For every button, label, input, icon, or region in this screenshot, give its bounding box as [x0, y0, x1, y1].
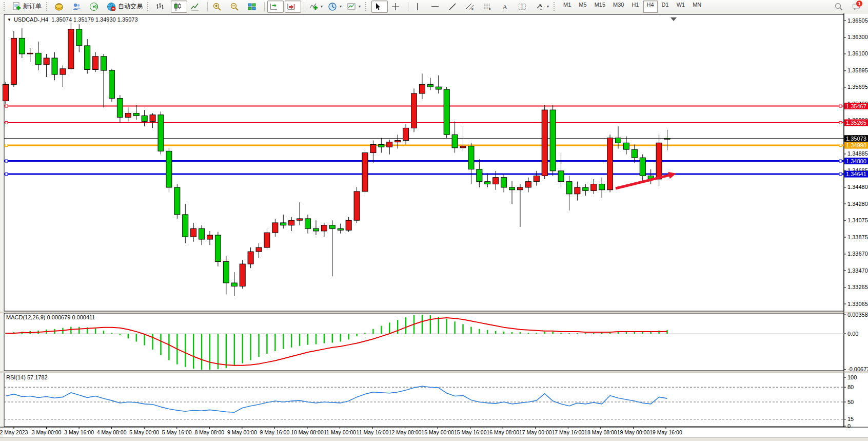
candle-body [566, 182, 572, 194]
candlestick-icon [173, 2, 182, 11]
candle-body [517, 187, 523, 190]
rsi-pane[interactable] [4, 373, 844, 427]
candle-body [248, 252, 253, 264]
line-chart-mode-button[interactable] [188, 1, 205, 13]
candle-body [215, 235, 221, 261]
candle-body [452, 135, 458, 148]
candle-body [68, 29, 74, 69]
search-button[interactable] [832, 1, 849, 13]
time-axis-label: 9 May 16:00 [260, 429, 290, 435]
price-axis-label: 1.36300 [847, 34, 868, 40]
main-chart-pane[interactable] [4, 14, 844, 311]
terminal-window: 新订单 自动交易 [0, 0, 868, 441]
channel-tool-button[interactable]: E [463, 1, 480, 13]
candle-body [166, 151, 172, 187]
vertical-line-tool-button[interactable] [411, 1, 427, 13]
signals-button[interactable] [87, 1, 104, 13]
svg-text:1.34990: 1.34990 [846, 142, 866, 148]
pane-splitter[interactable] [0, 312, 868, 313]
timeframe-button-mn[interactable]: MN [689, 1, 705, 13]
zoom-out-button[interactable] [228, 1, 244, 13]
autotrade-button[interactable]: 自动交易 [105, 1, 145, 13]
auto-scroll-button[interactable] [267, 1, 284, 13]
rsi-label: RSI(14) 57.1782 [6, 374, 48, 380]
toolbar-grip[interactable] [46, 2, 50, 11]
candle-body [575, 187, 580, 194]
toolbar-grip[interactable] [365, 2, 369, 11]
bar-chart-mode-button[interactable] [153, 1, 170, 13]
candle-body [297, 219, 303, 220]
candle-body [632, 149, 637, 158]
horizontal-line-tool-button[interactable] [428, 1, 445, 13]
cursor-tool-button[interactable] [371, 1, 388, 13]
candle-body [125, 113, 131, 118]
candle-body [501, 178, 507, 187]
toolbar-grip[interactable] [147, 2, 151, 11]
equidistant-channel-icon: E [465, 2, 475, 11]
chevron-down-icon[interactable]: ▼ [7, 17, 11, 22]
candle-body [436, 87, 441, 89]
bar-chart-icon [155, 2, 165, 11]
signals-icon [89, 2, 98, 11]
time-axis-label: 3 May 00:00 [32, 429, 62, 435]
svg-text:1.35467: 1.35467 [846, 103, 866, 109]
timeframe-button-w1[interactable]: W1 [673, 1, 689, 13]
timeframe-button-m5[interactable]: M5 [575, 1, 590, 13]
toolbar-grip[interactable] [554, 2, 557, 11]
crosshair-tool-button[interactable] [389, 1, 405, 13]
candle-body [142, 116, 147, 121]
trendline-tool-button[interactable] [446, 1, 462, 13]
candle-body [411, 93, 417, 128]
community-button[interactable] [70, 1, 86, 13]
chart-canvas[interactable]: 1.365051.363001.361001.358951.356951.354… [0, 13, 868, 441]
fibonacci-tool-button[interactable]: F [481, 1, 497, 13]
candle-body [558, 171, 564, 182]
macd-pane[interactable] [4, 313, 844, 371]
price-axis-label: 1.33065 [847, 301, 868, 307]
dropdown-caret: ▾ [340, 4, 342, 9]
tile-windows-button[interactable] [245, 1, 262, 13]
timeframe-button-m15[interactable]: M15 [591, 1, 609, 13]
arrows-tool-button[interactable]: ▾ [533, 1, 551, 13]
time-axis-label: 8 May 08:00 [194, 429, 224, 435]
timeframe-button-m30[interactable]: M30 [609, 1, 627, 13]
timeframe-button-h1[interactable]: H1 [628, 1, 642, 13]
market-watch-button[interactable] [52, 1, 69, 13]
candle-body [468, 146, 474, 169]
time-axis-label: 9 May 00:00 [227, 429, 257, 435]
text-tool-button[interactable]: A [498, 1, 515, 13]
price-axis-label: 1.34280 [847, 201, 868, 207]
candle-body [150, 115, 155, 122]
price-axis-label: 1.36100 [847, 50, 868, 56]
text-label-tool-button[interactable]: T [516, 1, 532, 13]
price-badge-1.34641: 1.34641 [844, 171, 868, 178]
candle-body [403, 128, 409, 140]
candle-body [256, 247, 262, 252]
chart-window[interactable]: 1.365051.363001.361001.358951.356951.354… [0, 13, 868, 441]
candle-body [117, 99, 123, 118]
timeframe-button-h4[interactable]: H4 [643, 1, 658, 13]
chat-button[interactable]: 1 [850, 1, 866, 13]
svg-text:T: T [521, 4, 524, 9]
chat-badge: 1 [856, 0, 863, 7]
timeframe-button-d1[interactable]: D1 [658, 1, 673, 13]
templates-button[interactable]: ▾ [345, 1, 363, 13]
price-badge-1.35265: 1.35265 [844, 119, 868, 126]
pane-splitter[interactable] [0, 371, 868, 373]
price-badge-1.35073: 1.35073 [844, 135, 868, 142]
new-order-button[interactable]: 新订单 [10, 1, 44, 13]
timeframe-button-m1[interactable]: M1 [560, 1, 575, 13]
time-axis-label: 4 May 08:00 [97, 429, 127, 435]
candle-body [419, 84, 425, 93]
toolbar-grip[interactable] [4, 2, 7, 11]
zoom-in-button[interactable] [210, 1, 227, 13]
price-axis-label: 1.36505 [847, 17, 868, 24]
candle-body [44, 58, 49, 65]
svg-text:F: F [489, 8, 491, 11]
new-order-label: 新订单 [23, 2, 42, 11]
chart-shift-button[interactable] [285, 1, 301, 13]
indicators-button[interactable]: ▾ [307, 1, 325, 13]
candle-chart-mode-button[interactable] [171, 1, 187, 13]
tile-windows-icon [247, 2, 257, 11]
periods-button[interactable]: ▾ [326, 1, 344, 13]
